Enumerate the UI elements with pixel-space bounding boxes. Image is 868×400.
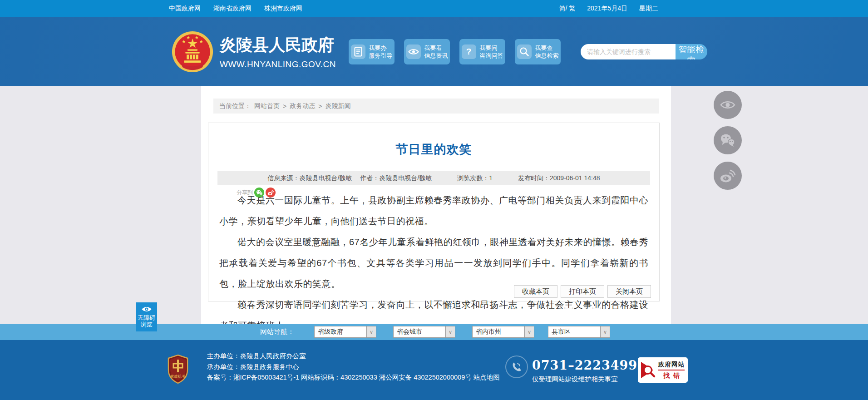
link-hunan-gov[interactable]: 湖南省政府网 [213,5,252,13]
site-title: 炎陵县人民政府 [220,34,333,56]
wechat-icon[interactable] [254,188,264,198]
accessibility-label-line1: 无障碍 [138,314,155,321]
meta-source: 信息来源：炎陵县电视台/魏敏 [267,174,352,183]
phone-icon [505,356,528,378]
floating-toolbar [714,91,742,190]
sitemap-link[interactable]: 站点地图 [473,374,500,381]
select-value: 省会城市 [397,328,422,336]
button-info-news[interactable]: 我要看信息资讯 [404,39,450,64]
meta-publish-time: 发布时间：2009-06-01 14:48 [518,174,600,183]
select-counties[interactable]: 县市区 ∨ [548,326,610,338]
breadcrumb: 当前位置： 网站首页 > 政务动态 > 炎陵新闻 [213,99,659,114]
search-icon [517,44,532,59]
svg-text:★: ★ [195,35,199,40]
eye-icon[interactable] [714,91,742,119]
button-info-search[interactable]: 我要查信息检索 [515,39,561,64]
select-province-cities[interactable]: 省内市州 ∨ [472,326,534,338]
breadcrumb-separator: > [318,103,322,110]
lang-toggle[interactable]: 简/ 繁 [559,5,576,13]
close-page-button[interactable]: 关闭本页 [607,285,651,298]
error-badge-line2: 找错 [660,372,683,380]
article-actions: 收藏本页 打印本页 关闭本页 [514,285,651,298]
weibo-icon[interactable] [714,162,742,190]
breadcrumb-label: 当前位置： [219,102,251,110]
accessibility-label-line2: 浏览 [141,321,153,328]
select-provincial-gov[interactable]: 省级政府 ∨ [314,326,376,338]
content-wrapper: 当前位置： 网站首页 > 政务动态 > 炎陵新闻 节日里的欢笑 信息来源：炎陵县… [201,86,671,324]
site-url: WWW.HNYANLING.GOV.CN [220,59,333,69]
chevron-down-icon: ∨ [445,326,455,337]
article-paragraph: 今天是六一国际儿童节。上午，县政协副主席赖春秀率政协办、广电等部门相关负责人来到… [219,190,648,232]
site-footer: 党政机关 主办单位：炎陵县人民政府办公室 承办单位：炎陵县政务服务中心 备案号：… [0,340,868,400]
svg-text:★: ★ [199,39,203,44]
article-card: 节日里的欢笑 信息来源：炎陵县电视台/魏敏 作者：炎陵县电视台/魏敏 浏览次数：… [208,123,660,301]
breadcrumb-home[interactable]: 网站首页 [254,102,280,110]
favorite-page-button[interactable]: 收藏本页 [514,285,557,298]
site-nav-label: 网站导航： [260,328,294,336]
button-label: 我要看信息资讯 [424,44,448,59]
top-bar: 中国政府网 湖南省政府网 株洲市政府网 简/ 繁 2021年5月4日 星期二 [0,0,868,17]
contact-phone-note: 仅受理网站建设维护相关事宜 [532,375,618,384]
gov-links: 中国政府网 湖南省政府网 株洲市政府网 [169,5,302,13]
undertaker-line: 承办单位：炎陵县政务服务中心 [207,362,500,373]
party-gov-badge-icon: 党政机关 [167,354,189,386]
breadcrumb-yanling-news[interactable]: 炎陵新闻 [325,102,350,110]
site-nav-bar: 网站导航： 省级政府 ∨ 省会城市 ∨ 省内市州 ∨ 县市区 ∨ [0,324,868,340]
eye-icon [141,306,152,313]
document-icon [351,44,365,59]
print-page-button[interactable]: 打印本页 [561,285,604,298]
chevron-down-icon: ∨ [366,326,376,337]
smart-search-button[interactable]: 智能检索 [676,44,707,59]
article-title: 节日里的欢笑 [208,123,659,158]
article-meta-bar: 信息来源：炎陵县电视台/魏敏 作者：炎陵县电视台/魏敏 浏览次数：1 发布时间：… [217,171,650,185]
breadcrumb-separator: > [283,103,286,110]
chevron-down-icon: ∨ [524,326,534,337]
error-badge-line1: 政府网站 [658,360,685,369]
footer-info: 主办单位：炎陵县人民政府办公室 承办单位：炎陵县政务服务中心 备案号：湘ICP备… [207,351,500,383]
contact-phone: 0731–22234995 [532,358,646,372]
error-finder-icon [641,361,656,379]
accessibility-browse-button[interactable]: 无障碍 浏览 [136,302,157,331]
current-date: 2021年5月4日 [587,5,627,13]
svg-text:党政机关: 党政机关 [170,374,186,379]
share-label: 分享到 [237,189,253,197]
chevron-down-icon: ∨ [600,326,610,337]
button-label: 我要查信息检索 [535,44,559,59]
current-weekday: 星期二 [639,5,658,13]
select-value: 省内市州 [476,328,501,336]
article-body: 今天是六一国际儿童节。上午，县政协副主席赖春秀率政协办、广电等部门相关负责人来到… [208,185,659,336]
site-header: ★ ★ ★ ★ ★ 炎陵县人民政府 [0,17,868,86]
weibo-icon[interactable] [266,188,276,198]
error-badge-divider [658,370,685,370]
select-value: 省级政府 [318,328,343,336]
select-value: 县市区 [552,328,571,336]
national-emblem-icon: ★ ★ ★ ★ ★ [172,31,213,73]
report-error-badge[interactable]: 政府网站 找错 [638,357,688,383]
search-bar: 智能检索 [581,44,707,59]
icp-line: 备案号：湘ICP备05003421号-1 网站标识码：4302250033 湘公… [207,372,500,383]
button-label: 我要办服务引导 [369,44,393,59]
link-zhuzhou-gov[interactable]: 株洲市政府网 [264,5,302,13]
button-label: 我要问咨询问答 [480,44,503,59]
eye-icon [406,44,421,59]
quick-entry-buttons: 我要办服务引导 我要看信息资讯 ? 我要问咨询问答 [349,39,561,64]
wechat-icon[interactable] [714,126,742,154]
search-input[interactable] [581,44,676,59]
meta-views: 浏览次数：1 [457,174,493,183]
question-icon: ? [462,44,476,59]
svg-text:★: ★ [182,39,186,44]
link-china-gov[interactable]: 中国政府网 [169,5,201,13]
button-service-guide[interactable]: 我要办服务引导 [349,39,395,64]
svg-text:★: ★ [186,35,190,40]
share-widget: 分享到 [237,188,276,198]
select-capital-cities[interactable]: 省会城市 ∨ [393,326,455,338]
meta-author: 作者：炎陵县电视台/魏敏 [360,174,432,183]
button-consult-qa[interactable]: ? 我要问咨询问答 [459,39,505,64]
breadcrumb-gov-news[interactable]: 政务动态 [290,102,315,110]
organizer-line: 主办单位：炎陵县人民政府办公室 [207,351,500,362]
